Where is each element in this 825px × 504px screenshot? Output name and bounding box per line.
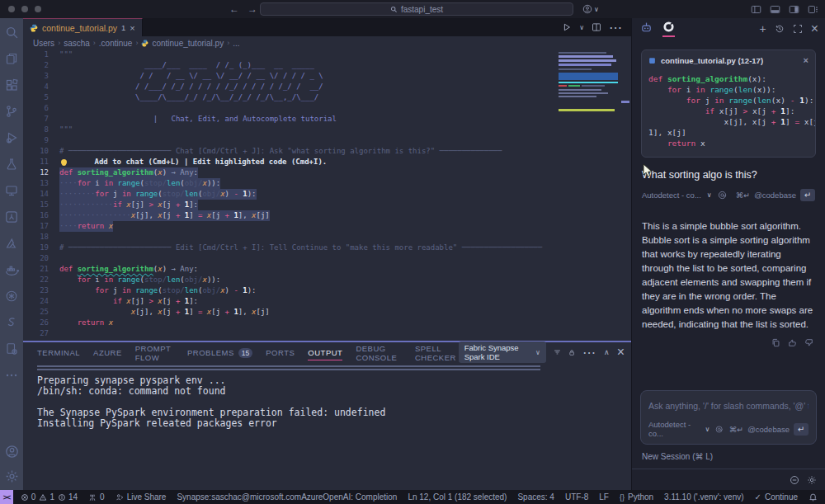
breadcrumb[interactable]: Users›sascha›.continue›continue_tutorial…	[23, 36, 631, 49]
azure-icon[interactable]	[4, 236, 19, 251]
codebase-label[interactable]: @codebase	[747, 425, 790, 434]
status-item-bell[interactable]	[808, 492, 818, 502]
azure-account-status[interactable]: Synapse:saschac@microsoft.com	[177, 492, 301, 502]
breadcrumb-item[interactable]: ...	[233, 39, 239, 48]
code-line: 23 for j in range(stop/len(obj/x) - 1):	[23, 285, 631, 296]
submit-button[interactable]: ↵	[800, 189, 815, 201]
output-content[interactable]: Preparing synapse pyspark env .../bin/sh…	[23, 362, 631, 429]
close-window-icon[interactable]	[8, 6, 15, 12]
status-item-utf-8[interactable]: UTF-8	[565, 492, 588, 502]
toggle-panel-icon[interactable]	[770, 4, 780, 15]
run-options-chevron-icon[interactable]: ∨	[579, 24, 584, 31]
nav-back-icon[interactable]: ←	[229, 3, 239, 15]
problems-status[interactable]: 0 1 14	[21, 492, 78, 502]
command-search-box[interactable]: fastapi_test	[260, 2, 573, 16]
extensions-icon[interactable]	[4, 78, 19, 92]
window-controls[interactable]	[8, 6, 41, 12]
customize-layout-icon[interactable]	[808, 4, 818, 15]
chat-input-box[interactable]: Autodetect - co... ∨ ⌘↵ @codebase ↵	[640, 390, 817, 445]
chevron-down-icon[interactable]: ∨	[707, 191, 712, 199]
at-mention-icon[interactable]	[715, 425, 723, 434]
breadcrumb-item[interactable]: sascha	[64, 39, 90, 48]
new-session-icon[interactable]: +	[759, 22, 766, 35]
debug-icon[interactable]	[4, 130, 19, 145]
model-select[interactable]: Autodetect - co...	[648, 420, 699, 438]
status-item-azureopenai-completion[interactable]: AzureOpenAI: Completion	[301, 492, 397, 502]
collapse-icon[interactable]	[790, 475, 799, 485]
tab-continue[interactable]	[662, 21, 675, 37]
status-item-ln-12-col-1-182-selected[interactable]: Ln 12, Col 1 (182 selected)	[408, 492, 507, 502]
more-actions-icon[interactable]: ⋯	[582, 345, 596, 360]
search-icon[interactable]	[4, 25, 19, 40]
panel-tab-prompt-flow[interactable]: PROMPT FLOW	[135, 341, 174, 365]
history-icon[interactable]	[775, 24, 785, 34]
status-item-continue[interactable]: ✓Continue	[755, 492, 798, 502]
testing-icon[interactable]	[4, 157, 19, 172]
kubernetes-icon[interactable]	[4, 289, 19, 304]
panel-tab-problems[interactable]: PROBLEMS15	[187, 345, 252, 360]
user-message: What sorting algo is this?	[642, 169, 815, 181]
panel-tab-azure[interactable]: AZURE	[93, 345, 122, 360]
account-icon[interactable]	[4, 444, 19, 459]
synapse-icon[interactable]	[4, 315, 19, 330]
files-icon[interactable]	[4, 51, 19, 66]
filter-icon[interactable]	[554, 347, 561, 357]
nav-forward-icon[interactable]: →	[248, 3, 257, 15]
panel-tab-spell-checker[interactable]: SPELL CHECKER	[415, 341, 459, 365]
status-item-python[interactable]: {}Python	[620, 492, 653, 502]
remote-indicator[interactable]: ><	[0, 490, 13, 504]
model-select[interactable]: Autodetect - co...	[642, 191, 701, 200]
profile-menu[interactable]: ∨	[582, 4, 599, 14]
more-icon[interactable]	[4, 368, 19, 383]
tab-dirty-badge: 1	[121, 23, 125, 32]
thumbs-up-icon[interactable]	[788, 338, 797, 347]
breadcrumb-item[interactable]: continue_tutorial.py	[152, 39, 224, 48]
tab-continue-tutorial[interactable]: continue_tutorial.py 1 ×	[23, 18, 143, 36]
status-item-lf[interactable]: LF	[599, 492, 609, 502]
at-mention-icon[interactable]	[718, 191, 727, 200]
minimize-window-icon[interactable]	[21, 6, 28, 12]
close-panel-icon[interactable]: ×	[617, 345, 625, 360]
more-actions-icon[interactable]: ⋯	[609, 20, 623, 35]
thumbs-down-icon[interactable]	[804, 338, 813, 347]
copy-icon[interactable]	[771, 338, 780, 347]
prompt-flow-icon[interactable]	[4, 210, 19, 224]
panel-tab-ports[interactable]: PORTS	[266, 345, 295, 360]
new-session-link[interactable]: New Session (⌘ L)	[642, 452, 815, 461]
breadcrumb-item[interactable]: .continue	[99, 39, 133, 48]
code-line: 8"""	[23, 125, 631, 135]
tab-jupyter-agent[interactable]	[640, 21, 653, 36]
status-item-3-11-10-venv-venv[interactable]: 3.11.10 ('.venv': venv)	[664, 492, 743, 502]
status-item-spaces-4[interactable]: Spaces: 4	[517, 492, 554, 502]
chevron-down-icon[interactable]: ∨	[705, 426, 710, 433]
code-editor[interactable]: 1"""2 ____/___ ____ / /_ (_)___ __ _____…	[23, 49, 631, 341]
close-panel-icon[interactable]: ×	[811, 21, 818, 36]
codebase-label[interactable]: @codebase	[754, 191, 796, 200]
remove-context-icon[interactable]: ×	[804, 55, 808, 65]
gear-icon[interactable]	[807, 475, 817, 485]
panel-tab-output[interactable]: OUTPUT	[308, 345, 342, 360]
lock-icon[interactable]	[568, 348, 575, 357]
zoom-window-icon[interactable]	[35, 6, 41, 12]
docker-icon[interactable]	[4, 262, 19, 277]
fullscreen-icon[interactable]	[793, 24, 803, 34]
toggle-sidebar-icon[interactable]	[751, 4, 761, 15]
remote-icon[interactable]	[4, 183, 19, 198]
api-doc-icon[interactable]	[4, 341, 19, 356]
ports-status[interactable]: 0	[88, 492, 105, 502]
submit-button[interactable]: ↵	[794, 423, 808, 436]
split-editor-icon[interactable]	[592, 22, 601, 32]
source-control-icon[interactable]	[4, 104, 19, 119]
context-code-card[interactable]: continue_tutorial.py (12-17) × def sorti…	[641, 49, 816, 158]
breadcrumb-item[interactable]: Users	[33, 39, 54, 48]
maximize-panel-icon[interactable]: ∧	[604, 348, 610, 356]
panel-tab-debug-console[interactable]: DEBUG CONSOLE	[356, 341, 402, 365]
chat-input[interactable]	[648, 401, 808, 411]
close-tab-icon[interactable]: ×	[130, 23, 134, 33]
panel-tab-terminal[interactable]: TERMINAL	[37, 345, 80, 360]
settings-icon[interactable]	[4, 469, 19, 483]
run-file-icon[interactable]	[562, 22, 572, 32]
output-channel-select[interactable]: Fabric Synapse Spark IDE ∨	[459, 341, 546, 363]
toggle-secondary-sidebar-icon[interactable]	[789, 4, 799, 15]
live-share-status[interactable]: Live Share	[116, 492, 167, 502]
